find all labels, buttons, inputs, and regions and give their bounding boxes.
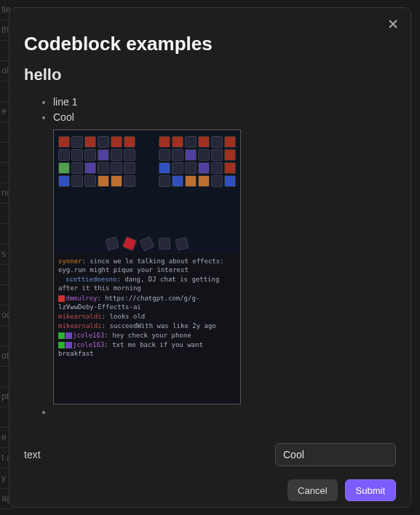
chat-nick: jcole163 [73,341,104,348]
text-input[interactable] [275,443,396,466]
chat-line: scottiedoesno: dang, DJ chat is getting … [58,275,236,292]
keyboard-right [159,136,236,239]
chat-area: synner: since we le talking about effect… [54,254,240,404]
keyboard-left [58,136,135,239]
list-item: Cool [53,110,396,125]
chat-text: since we le talking about effects: eyg.r… [58,258,224,274]
chat-nick: jcole163 [73,332,104,339]
form-row: text [24,443,396,466]
chat-line: jcole163: txt me back if you want breakf… [58,340,236,358]
chat-badge-icon [66,332,72,339]
embedded-image-wrap: synner: since we le talking about effect… [24,129,396,404]
modal-title: Codeblock examples [24,33,396,55]
submit-button[interactable]: Submit [345,479,396,501]
chat-nick: mikearnaldi [58,322,102,330]
chat-text: hey check your phone [108,332,191,339]
keyboard-scatter [54,238,240,249]
button-row: Cancel Submit [24,479,396,501]
content-list: line 1Cool [24,95,396,125]
cancel-button[interactable]: Cancel [288,479,337,501]
chat-nick: synner [58,258,82,265]
close-button[interactable] [384,15,402,33]
chat-line: dmmulroy: https://chatgpt.com/g/g-lzVwwD… [58,294,236,311]
chat-badge-icon [58,342,65,348]
list-item: line 1 [53,95,396,110]
close-icon [388,19,398,29]
chat-line: synner: since we le talking about effect… [58,257,236,274]
chat-nick: scottiedoesno [66,276,116,283]
keyboard-area [54,130,240,254]
chat-line: mikearnaldi: succeedWith was like 2y ago [58,322,236,330]
chat-text: succeedWith was like 2y ago [106,322,216,330]
chat-badge-icon [66,342,72,348]
chat-badge-icon [58,295,65,302]
embedded-screenshot: synner: since we le talking about effect… [53,129,241,404]
chat-nick: dmmulroy [66,295,97,302]
chat-badge-icon [58,276,65,283]
content-list-trailing [24,404,396,420]
chat-nick: mikearnaldi [58,313,102,320]
form-label-text: text [24,449,41,460]
chat-line: jcole163: hey check your phone [58,331,236,340]
chat-text: looks old [106,313,145,320]
modal-dialog: Codeblock examples hello line 1Cool [9,7,411,508]
modal-subtitle: hello [24,65,396,84]
chat-badge-icon [58,332,65,339]
chat-line: mikearnaldi: looks old [58,312,236,321]
list-item-empty [53,404,396,420]
